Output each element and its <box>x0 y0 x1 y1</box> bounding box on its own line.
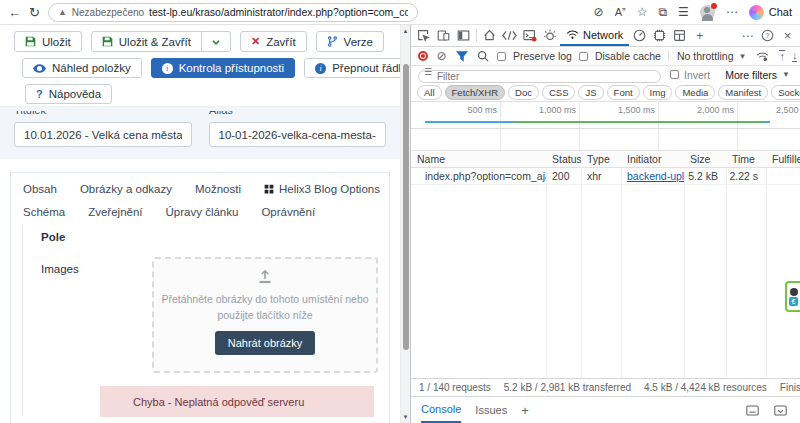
save-options-dropdown[interactable] <box>202 31 231 52</box>
accessibility-check-button[interactable]: i Kontrola přístupnosti <box>151 58 295 78</box>
throttling-dropdown[interactable]: No throttling ▼ <box>668 50 747 62</box>
drawer-dock-icon[interactable] <box>743 402 762 418</box>
device-emulation-icon[interactable] <box>434 28 453 44</box>
help-button[interactable]: ? Nápověda <box>25 84 112 104</box>
tab-moznosti[interactable]: Možnosti <box>195 177 241 200</box>
network-tab[interactable]: Network <box>560 25 629 46</box>
requests-table: Name Status Type Initiator Size Time Ful… <box>411 151 800 378</box>
request-size: 5.2 kB <box>684 170 726 182</box>
drawer-tab-console[interactable]: Console <box>421 397 461 423</box>
filter-chip-doc[interactable]: Doc <box>508 85 539 100</box>
versions-button[interactable]: Verze <box>316 31 384 52</box>
tab-obsah[interactable]: Obsah <box>23 177 57 200</box>
save-close-button[interactable]: Uložit & Zavřít <box>91 31 202 52</box>
network-overview-timeline[interactable]: 500 ms 1,000 ms 1,500 ms 2,000 ms 2,500 … <box>411 102 800 129</box>
record-network-log-icon[interactable] <box>418 51 428 61</box>
timeline-tick: 1,500 ms <box>585 105 655 115</box>
extension-widget[interactable]: € <box>785 281 800 312</box>
add-drawer-tab-icon[interactable]: + <box>521 397 529 423</box>
question-icon: ? <box>36 88 43 100</box>
request-row[interactable]: index.php?option=com_aja... 200 xhr back… <box>411 168 800 185</box>
title-input[interactable] <box>14 122 192 147</box>
filter-chip-manifest[interactable]: Manifest <box>718 85 768 100</box>
page-scrollbar[interactable]: ▲ ▼ <box>400 25 410 423</box>
waterfall-segment-end <box>763 121 770 123</box>
tab-opravneni[interactable]: Oprávnění <box>261 200 315 223</box>
zoom-out-icon[interactable]: ⊘ <box>594 5 604 19</box>
upload-images-button[interactable]: Nahrát obrázky <box>215 331 316 355</box>
elements-tab-icon[interactable] <box>500 28 519 44</box>
issues-tab-icon[interactable] <box>540 28 559 44</box>
preview-button[interactable]: Náhled položky <box>22 58 142 78</box>
browser-menu-icon[interactable]: ⋯ <box>726 5 738 19</box>
devtools-menu-icon[interactable]: ⋯ <box>738 28 757 44</box>
disable-cache-checkbox[interactable] <box>579 52 588 61</box>
request-initiator-link[interactable]: backend-upload... <box>627 170 684 182</box>
tab-upravy-clanku[interactable]: Úpravy článku <box>166 200 239 223</box>
devtools-close-icon[interactable]: × <box>778 28 797 44</box>
filter-chip-font[interactable]: Font <box>607 85 640 100</box>
request-time: 2.22 s <box>726 170 766 182</box>
back-icon[interactable]: ← <box>8 6 21 19</box>
save-button[interactable]: Uložit <box>14 31 82 52</box>
filter-chip-js[interactable]: JS <box>578 85 603 100</box>
server-error-alert: Chyba - Neplatná odpověď serveru <box>100 386 374 417</box>
search-icon[interactable] <box>476 48 490 64</box>
more-filters-dropdown[interactable]: More filters ▼ <box>725 69 793 81</box>
filter-toggle-icon[interactable] <box>455 48 469 64</box>
filter-chip-socket[interactable]: Socket <box>771 85 800 100</box>
scroll-up-arrow[interactable]: ▲ <box>401 28 410 34</box>
network-summary-bar: 1 / 140 requests 5.2 kB / 2,981 kB trans… <box>411 378 800 396</box>
close-button[interactable]: ✕ Zavřít <box>240 31 307 52</box>
invert-checkbox[interactable] <box>670 70 679 79</box>
network-conditions-icon[interactable] <box>753 48 772 64</box>
filter-chip-all[interactable]: All <box>417 85 442 100</box>
copilot-chat-button[interactable]: Chat <box>749 5 792 20</box>
preserve-log-checkbox[interactable] <box>497 52 506 61</box>
profile-avatar[interactable] <box>700 5 715 20</box>
alias-input[interactable] <box>209 122 387 147</box>
filter-chip-css[interactable]: CSS <box>542 85 576 100</box>
tab-schema[interactable]: Schéma <box>23 200 65 223</box>
more-tabs-icon[interactable]: + <box>690 28 709 44</box>
article-form-fields: Titulek Alias <box>0 106 400 159</box>
scroll-down-arrow[interactable]: ▼ <box>401 414 410 420</box>
console-tab-icon[interactable] <box>520 28 539 44</box>
welcome-tab-icon[interactable] <box>480 28 499 44</box>
refresh-icon[interactable]: ↻ <box>29 6 40 19</box>
performance-tab-icon[interactable] <box>630 28 649 44</box>
devtools-help-icon[interactable]: ? <box>758 28 777 44</box>
drawer-expand-icon[interactable] <box>771 402 790 418</box>
drawer-tab-issues[interactable]: Issues <box>475 397 507 423</box>
scrollbar-thumb[interactable] <box>403 64 409 350</box>
clear-network-log-icon[interactable]: ⊘ <box>435 48 448 64</box>
dock-side-icon[interactable] <box>454 28 473 44</box>
filter-input[interactable] <box>418 70 661 83</box>
toggle-inline-help-button[interactable]: i Přepnout řádkovou nápovědu <box>304 58 400 78</box>
collections-icon[interactable]: ⧉ <box>658 5 667 19</box>
info-icon: i <box>162 63 173 74</box>
import-har-icon[interactable]: ↑ <box>779 50 785 62</box>
favorites-bar-icon[interactable]: ☰ <box>678 5 689 19</box>
request-name: index.php?option=com_aja... <box>411 170 546 182</box>
tab-helix3-blog-options[interactable]: Helix3 Blog Options <box>264 177 380 200</box>
tab-obrazky-a-odkazy[interactable]: Obrázky a odkazy <box>80 177 172 200</box>
browser-toolbar: ← ↻ ▲ Nezabezpečeno test-lp.eu/kraso/adm… <box>0 0 800 25</box>
inspect-element-icon[interactable] <box>414 28 433 44</box>
address-bar[interactable]: ▲ Nezabezpečeno test-lp.eu/kraso/adminis… <box>48 3 418 22</box>
request-status: 200 <box>546 170 581 182</box>
application-tab-icon[interactable] <box>670 28 689 44</box>
image-dropzone[interactable]: Přetáhněte obrázky do tohoto umístění ne… <box>152 257 378 373</box>
eye-icon <box>33 63 46 74</box>
requests-table-header[interactable]: Name Status Type Initiator Size Time Ful… <box>411 151 800 168</box>
filter-chip-media[interactable]: Media <box>675 85 715 100</box>
memory-tab-icon[interactable] <box>650 28 669 44</box>
transferred-size: 5.2 kB / 2,981 kB transferred <box>504 382 631 393</box>
favorite-star-icon[interactable]: ☆ <box>637 5 648 19</box>
timeline-tick: 500 ms <box>427 105 497 115</box>
tab-zverejneni[interactable]: Zveřejnění <box>88 200 142 223</box>
export-har-icon[interactable]: ↓ <box>792 50 798 62</box>
filter-chip-fetch-xhr[interactable]: Fetch/XHR <box>445 85 505 100</box>
read-aloud-icon[interactable]: Aˮ <box>615 6 626 18</box>
filter-chip-img[interactable]: Img <box>643 85 673 100</box>
